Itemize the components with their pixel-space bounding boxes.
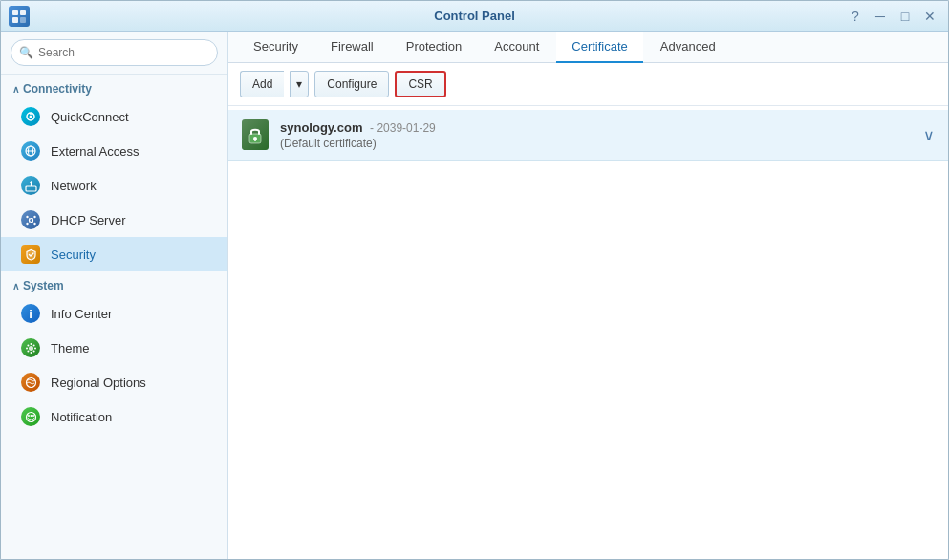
sidebar-item-label-quickconnect: QuickConnect — [51, 110, 129, 124]
tab-advanced[interactable]: Advanced — [645, 32, 731, 63]
toolbar: Add ▾ Configure CSR — [228, 63, 948, 106]
svg-point-17 — [33, 222, 35, 224]
add-button-label: Add — [252, 77, 272, 91]
certificate-item[interactable]: synology.com - 2039-01-29 (Default certi… — [228, 110, 948, 161]
security-icon — [21, 245, 40, 264]
sidebar-item-theme[interactable]: Theme — [1, 331, 227, 365]
theme-icon-wrapper — [20, 337, 41, 358]
svg-point-23 — [30, 343, 32, 345]
titlebar: Control Panel ? ─ □ ✕ — [1, 1, 948, 32]
svg-point-25 — [26, 347, 28, 349]
svg-point-35 — [32, 415, 34, 417]
svg-point-6 — [30, 116, 32, 118]
chevron-icon: ∧ — [12, 84, 19, 95]
notification-icon — [21, 407, 40, 426]
info-center-icon: i — [21, 304, 40, 323]
certificate-name: synology.com - 2039-01-29 — [280, 120, 912, 135]
sidebar-search-area: 🔍 — [1, 32, 227, 75]
titlebar-controls: ? ─ □ ✕ — [845, 6, 940, 27]
svg-point-15 — [33, 215, 35, 217]
minimize-button[interactable]: ─ — [870, 6, 891, 27]
svg-rect-10 — [26, 186, 36, 191]
sidebar-item-label-dhcp-server: DHCP Server — [51, 213, 126, 227]
sidebar-item-label-notification: Notification — [51, 410, 112, 424]
regional-icon-wrapper — [20, 372, 41, 393]
svg-point-34 — [30, 415, 32, 417]
sidebar-scroll: ∧ Connectivity QuickConnect — [1, 75, 227, 559]
tab-security[interactable]: Security — [238, 32, 313, 63]
sidebar-item-label-network: Network — [51, 179, 97, 193]
sidebar-item-dhcp-server[interactable]: DHCP Server — [1, 203, 227, 237]
svg-point-30 — [27, 350, 29, 352]
svg-point-27 — [27, 344, 29, 346]
svg-point-22 — [29, 346, 33, 351]
titlebar-left — [9, 6, 30, 27]
sidebar-item-notification[interactable]: Notification — [1, 399, 227, 434]
tab-protection[interactable]: Protection — [391, 32, 478, 63]
dhcp-icon — [21, 210, 40, 229]
security-icon-wrapper — [20, 244, 41, 265]
tab-account[interactable]: Account — [479, 32, 554, 63]
notification-icon-wrapper — [20, 406, 41, 427]
external-access-icon-wrapper — [20, 140, 41, 162]
svg-marker-12 — [29, 181, 33, 183]
help-button[interactable]: ? — [845, 6, 866, 27]
svg-point-24 — [30, 352, 32, 354]
window-title: Control Panel — [434, 9, 515, 23]
svg-point-32 — [26, 412, 35, 421]
section-label-connectivity: Connectivity — [23, 82, 92, 96]
content-area: Security Firewall Protection Account Cer… — [228, 32, 948, 559]
network-icon-wrapper — [20, 175, 41, 196]
svg-point-29 — [32, 344, 34, 346]
certificate-date: - 2039-01-29 — [370, 121, 436, 135]
network-icon — [21, 176, 40, 195]
configure-button-label: Configure — [327, 77, 377, 91]
maximize-button[interactable]: □ — [895, 6, 916, 27]
regional-icon — [21, 373, 40, 392]
search-input[interactable] — [11, 39, 218, 66]
sidebar-section-system[interactable]: ∧ System — [1, 271, 227, 296]
sidebar-item-network[interactable]: Network — [1, 168, 227, 203]
certificate-info: synology.com - 2039-01-29 (Default certi… — [280, 120, 912, 150]
control-panel-window: Control Panel ? ─ □ ✕ 🔍 ∧ Connectivity — [0, 0, 949, 560]
svg-rect-0 — [12, 10, 18, 15]
info-center-icon-wrapper: i — [20, 303, 41, 324]
svg-rect-39 — [254, 139, 256, 141]
tab-bar: Security Firewall Protection Account Cer… — [228, 32, 948, 63]
svg-point-16 — [26, 222, 28, 224]
certificate-expand-icon[interactable]: ∨ — [923, 126, 935, 144]
configure-button[interactable]: Configure — [314, 71, 389, 97]
sidebar: 🔍 ∧ Connectivity — [1, 32, 228, 559]
sidebar-item-external-access[interactable]: External Access — [1, 134, 227, 168]
add-button[interactable]: Add — [240, 71, 284, 97]
add-arrow-button[interactable]: ▾ — [290, 71, 309, 97]
section-label-system: System — [23, 279, 64, 292]
close-button[interactable]: ✕ — [919, 6, 940, 27]
quickconnect-icon — [21, 107, 40, 126]
certificate-domain: synology.com — [280, 120, 362, 135]
sidebar-item-regional-options[interactable]: Regional Options — [1, 365, 227, 399]
sidebar-item-info-center[interactable]: i Info Center — [1, 296, 227, 331]
app-icon — [9, 6, 30, 27]
svg-point-33 — [28, 415, 30, 417]
sidebar-item-quickconnect[interactable]: QuickConnect — [1, 99, 227, 134]
theme-icon — [21, 338, 40, 357]
certificate-list: synology.com - 2039-01-29 (Default certi… — [228, 106, 948, 559]
main-area: 🔍 ∧ Connectivity — [1, 32, 948, 559]
quickconnect-icon-wrapper — [20, 106, 41, 127]
dhcp-icon-wrapper — [20, 209, 41, 230]
search-icon: 🔍 — [19, 46, 33, 59]
csr-button[interactable]: CSR — [395, 71, 445, 97]
tab-certificate[interactable]: Certificate — [556, 32, 643, 63]
certificate-default-label: (Default certificate) — [280, 137, 912, 150]
svg-rect-2 — [12, 17, 18, 23]
search-wrapper: 🔍 — [11, 39, 218, 66]
sidebar-item-label-security: Security — [51, 248, 96, 262]
sidebar-section-connectivity[interactable]: ∧ Connectivity — [1, 75, 227, 99]
certificate-lock-icon — [242, 119, 269, 150]
sidebar-item-security[interactable]: Security — [1, 237, 227, 271]
tab-firewall[interactable]: Firewall — [315, 32, 389, 63]
sidebar-item-label-theme: Theme — [51, 341, 89, 355]
sidebar-item-label-regional-options: Regional Options — [51, 376, 146, 390]
csr-button-label: CSR — [408, 77, 432, 91]
